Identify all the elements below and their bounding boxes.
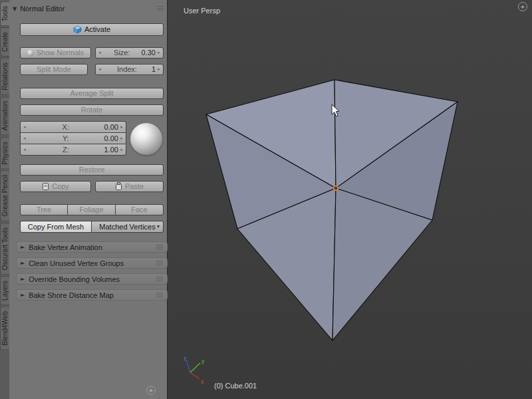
panel-title: Normal Editor xyxy=(20,5,65,13)
average-split-button[interactable]: Average Split xyxy=(20,88,164,99)
split-mode-button[interactable]: Split Mode xyxy=(20,64,88,75)
increment-arrow-icon[interactable]: ▸ xyxy=(119,136,124,141)
face-button[interactable]: Face xyxy=(115,204,164,215)
panel-header-override-bounding-volumes[interactable]: ► Override Bounding Volumes xyxy=(16,273,168,285)
panel-header-normal-editor[interactable]: ▼ Normal Editor xyxy=(13,3,164,14)
size-field[interactable]: ◂ Size: 0.30 ▸ xyxy=(95,47,164,59)
collapse-right-icon: ► xyxy=(21,292,25,298)
paste-icon xyxy=(115,182,122,191)
decrement-arrow-icon[interactable]: ◂ xyxy=(22,148,27,152)
tab-tools[interactable]: Tools xyxy=(0,1,9,26)
y-label: Y: xyxy=(27,135,104,142)
decrement-arrow-icon[interactable]: ◂ xyxy=(22,136,27,141)
copy-from-mesh-button[interactable]: Copy From Mesh xyxy=(20,221,92,233)
index-label: Index: xyxy=(102,66,152,73)
normal-z-field[interactable]: ◂ Z: 1.00 ▸ xyxy=(20,144,126,156)
paste-button[interactable]: Paste xyxy=(95,181,164,192)
drag-grip-icon[interactable] xyxy=(156,245,163,250)
copy-label: Copy xyxy=(52,183,69,190)
increment-arrow-icon[interactable]: ▸ xyxy=(119,125,124,130)
x-value: 0.00 xyxy=(104,124,119,131)
tab-oscurart-tools[interactable]: Oscurart Tools xyxy=(0,223,9,275)
tab-grease-pencil[interactable]: Grease Pencil xyxy=(0,170,9,221)
mesh-object[interactable] xyxy=(206,80,458,340)
shelf-plus-button[interactable]: + xyxy=(146,386,156,395)
tab-animation[interactable]: Animation xyxy=(0,96,9,135)
tool-shelf-tabs: Tools Create Relations Animation Physics… xyxy=(0,0,9,399)
size-value: 0.30 xyxy=(142,49,156,57)
collapsed-panel-label: Override Bounding Volumes xyxy=(29,275,120,283)
drag-grip-icon[interactable] xyxy=(156,293,163,298)
collapse-right-icon: ► xyxy=(21,244,25,250)
tab-blend4web[interactable]: Blend4Web xyxy=(0,307,9,350)
tab-physics[interactable]: Physics xyxy=(0,137,9,169)
collapsed-panel-label: Bake Vertex Animation xyxy=(29,243,102,251)
foliage-label: Foliage xyxy=(79,206,103,213)
viewport-3d[interactable]: User Persp + z y x (0) Cube.001 xyxy=(168,0,532,399)
mesh-cube-icon xyxy=(73,25,82,34)
y-value: 0.00 xyxy=(104,135,119,142)
blender-window: Tools Create Relations Animation Physics… xyxy=(0,0,532,399)
restore-label: Restore xyxy=(79,166,105,174)
decrement-arrow-icon[interactable]: ◂ xyxy=(97,67,102,72)
tab-layers[interactable]: Layers xyxy=(0,276,9,305)
z-label: Z: xyxy=(27,146,104,154)
increment-arrow-icon[interactable]: ▸ xyxy=(156,51,162,55)
rotate-button[interactable]: Rotate xyxy=(20,104,164,116)
show-normals-toggle[interactable]: Show Normals xyxy=(20,47,91,59)
face-label: Face xyxy=(131,206,147,213)
restore-button[interactable]: Restore xyxy=(20,164,164,176)
rotate-label: Rotate xyxy=(81,106,102,114)
tree-label: Tree xyxy=(37,206,51,213)
collapsed-panel-label: Clean Unused Vertex Groups xyxy=(29,259,124,267)
matched-vertices-label: Matched Vertices xyxy=(99,223,155,231)
size-label: Size: xyxy=(102,49,142,57)
z-value: 1.00 xyxy=(104,146,119,154)
panel-header-bake-shore-distance-map[interactable]: ► Bake Shore Distance Map xyxy=(16,289,168,301)
decrement-arrow-icon[interactable]: ◂ xyxy=(97,51,102,55)
active-object-label: (0) Cube.001 xyxy=(214,382,257,390)
index-field[interactable]: ◂ Index: 1 ▸ xyxy=(95,64,164,75)
foliage-button[interactable]: Foliage xyxy=(67,204,116,215)
collapse-down-icon: ▼ xyxy=(13,6,17,12)
x-label: X: xyxy=(27,124,104,131)
matched-vertices-dropdown[interactable]: Matched Vertices ▾ xyxy=(91,221,164,233)
index-value: 1 xyxy=(152,66,156,73)
copy-from-mesh-label: Copy From Mesh xyxy=(28,223,84,231)
increment-arrow-icon[interactable]: ▸ xyxy=(119,148,124,152)
axis-y-label: y xyxy=(201,358,205,364)
mesh-canvas xyxy=(168,0,532,399)
tool-shelf: ▼ Normal Editor Activate Show Normals ◂ … xyxy=(9,0,168,399)
decrement-arrow-icon[interactable]: ◂ xyxy=(22,125,27,130)
dropdown-arrow-icon: ▾ xyxy=(157,224,160,229)
activate-label: Activate xyxy=(84,26,110,33)
collapse-right-icon: ► xyxy=(21,260,25,266)
increment-arrow-icon[interactable]: ▸ xyxy=(156,67,162,72)
copy-icon xyxy=(42,182,49,191)
tab-relations[interactable]: Relations xyxy=(0,58,9,95)
normals-icon xyxy=(27,50,34,57)
mouse-cursor-icon xyxy=(331,104,342,118)
normal-y-field[interactable]: ◂ Y: 0.00 ▸ xyxy=(20,132,126,144)
normal-direction-sphere[interactable] xyxy=(130,123,162,155)
drag-grip-icon[interactable] xyxy=(156,277,163,282)
collapsed-panel-label: Bake Shore Distance Map xyxy=(29,291,114,299)
object-origin-dot xyxy=(334,186,338,190)
tab-create[interactable]: Create xyxy=(0,27,9,57)
activate-button[interactable]: Activate xyxy=(20,23,164,36)
normal-x-field[interactable]: ◂ X: 0.00 ▸ xyxy=(20,121,126,133)
axis-z-label: z xyxy=(184,355,187,362)
average-split-label: Average Split xyxy=(70,90,113,97)
axis-gizmo: z y x xyxy=(176,355,207,387)
tree-button[interactable]: Tree xyxy=(20,204,68,215)
collapse-right-icon: ► xyxy=(21,276,25,282)
show-normals-label: Show Normals xyxy=(37,49,84,57)
paste-label: Paste xyxy=(125,183,144,190)
axis-x-label: x xyxy=(201,378,204,385)
panel-header-clean-unused-vertex-groups[interactable]: ► Clean Unused Vertex Groups xyxy=(16,257,168,269)
panel-header-bake-vertex-animation[interactable]: ► Bake Vertex Animation xyxy=(16,241,168,253)
drag-grip-icon[interactable] xyxy=(157,6,164,11)
split-mode-label: Split Mode xyxy=(37,66,71,73)
copy-button[interactable]: Copy xyxy=(20,181,91,192)
drag-grip-icon[interactable] xyxy=(156,261,163,266)
